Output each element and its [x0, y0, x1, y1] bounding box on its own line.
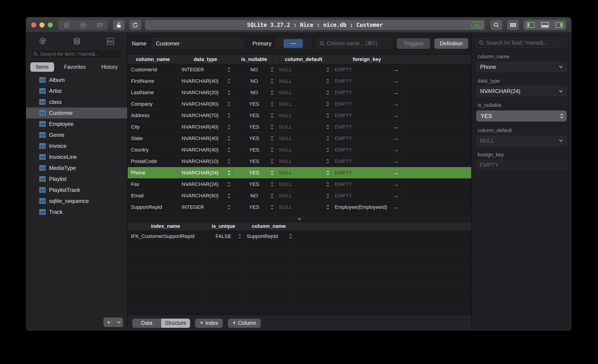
cell-foreign-key[interactable]: EMPTY → — [332, 75, 402, 87]
stepper-icon[interactable] — [227, 169, 231, 176]
cell-foreign-key[interactable]: EMPTY → — [332, 144, 402, 155]
cell-is-nullable[interactable]: NO — [233, 190, 276, 201]
foreign-key-arrow-icon[interactable]: → — [393, 169, 399, 176]
stepper-icon[interactable] — [227, 158, 231, 165]
foreign-key-arrow-icon[interactable]: → — [393, 112, 399, 119]
table-list-item[interactable]: Playlist — [26, 174, 127, 184]
column-row[interactable]: LastName NVARCHAR(20) NO — [128, 87, 471, 98]
view-mode-tab[interactable]: Data — [132, 319, 161, 328]
stepper-icon[interactable] — [326, 204, 330, 211]
inspector-column-name-dropdown[interactable]: Phone — [476, 62, 567, 72]
stepper-icon[interactable] — [227, 124, 231, 130]
cell-data-type[interactable]: NVARCHAR(60) — [178, 190, 233, 201]
column-row[interactable]: CustomerId INTEGER NO — [128, 64, 471, 75]
refresh-button[interactable] — [129, 20, 141, 30]
stepper-icon[interactable] — [270, 135, 274, 142]
pane-splitter[interactable] — [128, 217, 471, 221]
table-list-item[interactable]: sqlite_sequence — [26, 196, 127, 207]
stepper-icon[interactable] — [560, 112, 564, 120]
stepper-icon[interactable] — [326, 66, 330, 73]
stepper-icon[interactable] — [227, 66, 231, 73]
cell-column-default[interactable]: NULL — [276, 64, 332, 75]
column-row[interactable]: Email NVARCHAR(60) NO — [128, 190, 471, 201]
foreign-key-arrow-icon[interactable]: → — [393, 158, 399, 165]
cell-column-default[interactable]: NULL — [276, 144, 332, 155]
stepper-icon[interactable] — [326, 147, 330, 153]
sql-tab[interactable]: SQL — [93, 38, 127, 45]
foreign-key-arrow-icon[interactable]: → — [393, 204, 399, 211]
cell-is-nullable[interactable]: YES — [233, 179, 276, 190]
cell-column-default[interactable]: NULL — [276, 121, 332, 132]
inspector-column-default-dropdown[interactable]: NULL — [476, 136, 567, 146]
definition-button[interactable]: Definition — [434, 38, 468, 49]
triggers-button[interactable]: Triggers — [397, 38, 430, 49]
cell-data-type[interactable]: NVARCHAR(10) — [178, 156, 233, 167]
stepper-icon[interactable] — [227, 181, 231, 188]
cell-is-nullable[interactable]: NO — [233, 64, 276, 75]
inspector-is-nullable-stepper[interactable]: YES — [476, 110, 567, 122]
cell-foreign-key[interactable]: EMPTY → — [332, 179, 402, 190]
table-list-item[interactable]: Album — [26, 74, 127, 85]
cell-data-type[interactable]: NVARCHAR(20) — [178, 87, 233, 98]
add-item-button[interactable]: + — [103, 317, 114, 327]
cell-foreign-key[interactable]: EMPTY → — [332, 110, 402, 121]
stop-button[interactable] — [58, 20, 75, 30]
header-index-name[interactable]: index_name — [128, 222, 204, 231]
stepper-icon[interactable] — [270, 204, 274, 211]
header-column-default[interactable]: column_default — [276, 55, 332, 64]
table-list-item[interactable]: Genre — [26, 130, 127, 141]
header-data-type[interactable]: data_type — [178, 55, 233, 64]
cell-column-default[interactable]: NULL — [276, 190, 332, 201]
toggle-left-panel-button[interactable] — [523, 20, 538, 30]
stepper-icon[interactable] — [270, 192, 274, 199]
inspector-data-type-dropdown[interactable]: NVARCHAR(24) — [476, 86, 567, 96]
toggle-right-panel-button[interactable] — [552, 20, 566, 30]
cell-data-type[interactable]: NVARCHAR(40) — [178, 121, 233, 132]
table-list-item[interactable]: Customer — [26, 108, 127, 118]
sidebar-tab[interactable]: Favorites — [59, 62, 91, 72]
cell-is-nullable[interactable]: YES — [233, 133, 276, 144]
cell-column-default[interactable]: NULL — [276, 179, 332, 190]
cell-column-default[interactable]: NULL — [276, 87, 332, 98]
column-row[interactable]: Company NVARCHAR(80) YES — [128, 98, 471, 110]
cell-data-type[interactable]: NVARCHAR(40) — [178, 133, 233, 144]
stepper-icon[interactable] — [326, 101, 330, 108]
stepper-icon[interactable] — [270, 124, 274, 130]
view-mode-tab[interactable]: Structure — [161, 319, 190, 328]
table-list-item[interactable]: Employee — [26, 118, 127, 130]
stepper-icon[interactable] — [227, 135, 231, 142]
column-row[interactable]: State NVARCHAR(40) YES — [128, 133, 471, 144]
stepper-icon[interactable] — [227, 101, 231, 108]
stepper-icon[interactable] — [326, 89, 330, 96]
sidebar-search-input[interactable] — [40, 51, 120, 57]
foreign-key-arrow-icon[interactable]: → — [393, 123, 399, 130]
cell-foreign-key[interactable]: EMPTY → — [332, 121, 402, 132]
cell-column-default[interactable]: NULL — [276, 201, 332, 213]
inspector-search-input[interactable] — [486, 40, 564, 46]
splitter-handle-icon[interactable] — [298, 217, 301, 221]
foreign-key-arrow-icon[interactable]: → — [393, 100, 399, 108]
stepper-icon[interactable] — [326, 112, 330, 119]
cell-column-default[interactable]: NULL — [276, 75, 332, 87]
foreign-key-arrow-icon[interactable]: → — [393, 66, 399, 73]
table-list-item[interactable]: class — [26, 97, 127, 108]
cell-column-default[interactable]: NULL — [276, 110, 332, 121]
stepper-icon[interactable] — [270, 101, 274, 108]
sidebar-tab[interactable]: History — [96, 62, 123, 72]
cell-is-nullable[interactable]: YES — [233, 167, 276, 178]
foreign-key-arrow-icon[interactable]: → — [393, 192, 399, 199]
cell-foreign-key[interactable]: EMPTY → — [332, 156, 402, 167]
cell-is-nullable[interactable]: YES — [233, 98, 276, 110]
table-list-item[interactable]: Artist — [26, 85, 127, 97]
inspector-foreign-key-field[interactable]: EMPTY — [476, 160, 567, 170]
cell-is-nullable[interactable]: NO — [233, 87, 276, 98]
column-row[interactable]: Fax NVARCHAR(24) YES — [128, 179, 471, 190]
cell-foreign-key[interactable]: Employee(EmployeeId) → — [332, 201, 402, 213]
database-tab[interactable] — [60, 38, 93, 45]
column-row[interactable]: FirstName NVARCHAR(40) NO — [128, 75, 471, 87]
index-row[interactable]: IFK_CustomerSupportRepId FALSE SupportRe… — [128, 231, 471, 242]
cell-index-column-name[interactable]: SupportRepId — [243, 231, 294, 242]
table-list-item[interactable]: Invoice — [26, 141, 127, 151]
stepper-icon[interactable] — [326, 169, 330, 176]
column-row[interactable]: Phone NVARCHAR(24) YES — [128, 167, 471, 179]
